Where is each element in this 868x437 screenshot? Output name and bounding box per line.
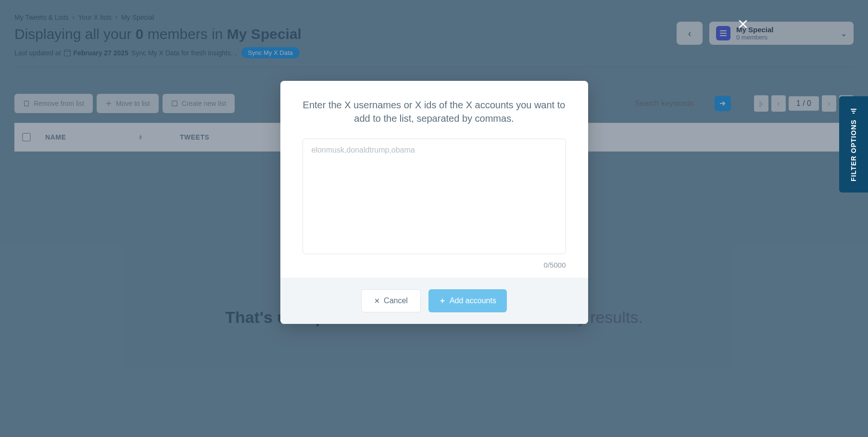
usernames-textarea[interactable] bbox=[302, 139, 566, 254]
add-accounts-modal: Enter the X usernames or X ids of the X … bbox=[280, 81, 588, 324]
add-accounts-button[interactable]: Add accounts bbox=[428, 289, 507, 312]
cancel-label: Cancel bbox=[384, 296, 408, 305]
filter-icon bbox=[850, 107, 857, 115]
filter-options-tab[interactable]: FILTER OPTIONS bbox=[839, 96, 868, 193]
char-count: 0/5000 bbox=[302, 261, 566, 269]
add-label: Add accounts bbox=[450, 296, 496, 305]
filter-options-label: FILTER OPTIONS bbox=[850, 120, 857, 182]
close-icon bbox=[374, 298, 380, 304]
cancel-button[interactable]: Cancel bbox=[361, 289, 421, 312]
modal-title: Enter the X usernames or X ids of the X … bbox=[302, 98, 566, 125]
close-button[interactable] bbox=[736, 17, 750, 31]
close-icon bbox=[737, 18, 749, 30]
plus-icon bbox=[439, 297, 446, 304]
